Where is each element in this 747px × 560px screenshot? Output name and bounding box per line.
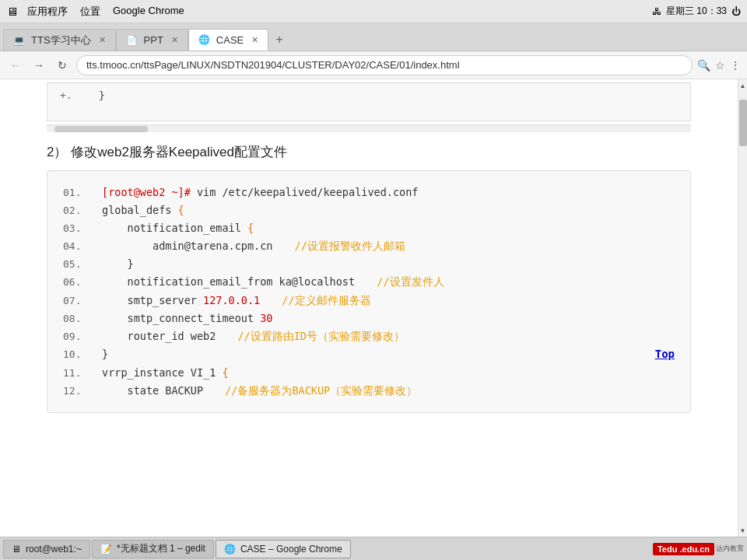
code-text-01: [root@web2 ~]# vim /etc/keepalived/keepa…: [102, 184, 675, 201]
taskbar-gedit-icon: 📝: [100, 544, 112, 555]
taskbar-logo-tld: .edu.cn: [679, 544, 710, 554]
section-heading: 2） 修改web2服务器Keepalived配置文件: [47, 143, 691, 161]
comment-06: //设置发件人: [377, 275, 444, 288]
title-bar-left: 🖥 应用程序 位置 Google Chrome: [6, 5, 652, 19]
browser-content: +. } 2） 修改web2服务器Keepalived配置文件 01. [roo…: [0, 79, 747, 537]
line-num-12: 12.: [63, 383, 102, 400]
bookmark-icon[interactable]: ☆: [715, 59, 725, 72]
code-line-10: 10. } Top: [63, 345, 675, 364]
code-text-10: } Top: [102, 345, 675, 364]
code-line-03: 03. notification_email {: [63, 219, 675, 237]
code-top-brace: }: [99, 89, 678, 101]
taskbar: 🖥 root@web1:~ 📝 *无标题文档 1 – gedit 🌐 CASE …: [0, 537, 747, 560]
tab-ppt-label: PPT: [144, 34, 163, 46]
code-text-05: }: [102, 255, 675, 273]
line-num-10: 10.: [63, 346, 102, 363]
taskbar-gedit[interactable]: 📝 *无标题文档 1 – gedit: [92, 540, 214, 558]
menu-location[interactable]: 位置: [80, 5, 100, 19]
app-icon: 🖥: [6, 5, 18, 18]
address-bar: ← → ↻ 🔍 ☆ ⋮: [0, 51, 747, 79]
code-line-08: 08. smtp_connect_timeout 30: [63, 310, 675, 327]
line-num-05: 05.: [63, 256, 102, 273]
page-content: +. } 2） 修改web2服务器Keepalived配置文件 01. [roo…: [0, 79, 738, 537]
tab-case-label: CASE: [216, 34, 244, 46]
scroll-x-thumb[interactable]: [54, 126, 148, 132]
taskbar-chrome-label: CASE – Google Chrome: [240, 544, 342, 555]
search-icon[interactable]: 🔍: [697, 59, 710, 72]
code-text-07: smtp_server 127.0.0.1 //定义邮件服务器: [102, 292, 675, 310]
code-line-12: 12. state BACKUP //备服务器为BACKUP（实验需要修改）: [63, 382, 675, 400]
cmd-01: vim /etc/keepalived/keepalived.conf: [197, 186, 418, 198]
taskbar-logo-text: Tedu: [658, 544, 677, 554]
line-num-08: 08.: [63, 310, 102, 327]
line-num-11: 11.: [63, 365, 102, 382]
scroll-x-bar[interactable]: [47, 124, 691, 132]
menu-app[interactable]: 应用程序: [27, 5, 68, 19]
taskbar-chrome-icon: 🌐: [224, 544, 236, 555]
code-line-06: 06. notification_email_from ka@localhost…: [63, 273, 675, 291]
power-icon: ⏻: [731, 6, 741, 17]
comment-07: //定义邮件服务器: [282, 294, 370, 306]
tab-case-close[interactable]: ✕: [251, 35, 258, 45]
scroll-up-arrow[interactable]: ▲: [738, 79, 748, 92]
code-block: 01. [root@web2 ~]# vim /etc/keepalived/k…: [47, 170, 691, 413]
tab-bar: 💻 TTS学习中心 ✕ 📄 PPT ✕ 🌐 CASE ✕ +: [0, 23, 747, 51]
code-text-11: vrrp_instance VI_1 {: [102, 364, 675, 382]
title-bar: 🖥 应用程序 位置 Google Chrome 🖧 星期三 10：33 ⏻: [0, 0, 747, 23]
line-num-04: 04.: [63, 238, 102, 255]
line-num-06: 06.: [63, 274, 102, 291]
comment-12: //备服务器为BACKUP（实验需要修改）: [225, 384, 417, 397]
comment-09: //设置路由ID号（实验需要修改）: [237, 330, 405, 342]
network-icon: 🖧: [652, 6, 661, 17]
code-line-07: 07. smtp_server 127.0.0.1 //定义邮件服务器: [63, 292, 675, 310]
scrollbar[interactable]: ▲ ▼: [738, 79, 747, 537]
refresh-button[interactable]: ↻: [53, 56, 72, 75]
tab-ppt[interactable]: 📄 PPT ✕: [116, 29, 188, 51]
scroll-down-arrow[interactable]: ▼: [738, 524, 748, 537]
scrollbar-thumb[interactable]: [739, 100, 747, 146]
code-text-03: notification_email {: [102, 219, 675, 237]
code-text-04: admin@tarena.cpm.cn //设置报警收件人邮箱: [102, 237, 675, 255]
forward-button[interactable]: →: [30, 56, 48, 75]
new-tab-button[interactable]: +: [268, 29, 290, 51]
line-num-01: 01.: [63, 184, 102, 201]
code-top-linenum: +.: [60, 89, 99, 101]
tab-ppt-close[interactable]: ✕: [171, 35, 178, 45]
taskbar-logo-sub: 达内教育: [716, 544, 744, 554]
back-button[interactable]: ←: [6, 56, 25, 75]
taskbar-logo: Tedu .edu.cn 达内教育: [653, 543, 744, 555]
code-top-snippet: +. }: [47, 82, 691, 121]
scrollbar-track[interactable]: [738, 92, 747, 524]
prompt-01: [root@web2 ~]#: [102, 186, 191, 198]
taskbar-terminal[interactable]: 🖥 root@web1:~: [3, 540, 90, 558]
line-num-09: 09.: [63, 328, 102, 345]
code-text-12: state BACKUP //备服务器为BACKUP（实验需要修改）: [102, 382, 675, 400]
tab-tts[interactable]: 💻 TTS学习中心 ✕: [3, 29, 116, 51]
tab-case-icon: 🌐: [198, 34, 210, 45]
system-tray: 🖧 星期三 10：33 ⏻: [652, 5, 741, 18]
menu-icon[interactable]: ⋮: [730, 59, 741, 72]
code-text-06: notification_email_from ka@localhost //设…: [102, 273, 675, 291]
comment-04: //设置报警收件人邮箱: [295, 240, 405, 252]
line-num-02: 02.: [63, 202, 102, 219]
tab-tts-icon: 💻: [13, 35, 25, 46]
tab-tts-label: TTS学习中心: [31, 33, 91, 47]
taskbar-chrome[interactable]: 🌐 CASE – Google Chrome: [216, 540, 351, 558]
code-line-09: 09. router_id web2 //设置路由ID号（实验需要修改）: [63, 327, 675, 345]
section-title: 修改web2服务器Keepalived配置文件: [71, 145, 287, 159]
code-line-02: 02. global_defs {: [63, 201, 675, 219]
taskbar-gedit-label: *无标题文档 1 – gedit: [117, 542, 205, 555]
taskbar-logo-box: Tedu .edu.cn: [653, 543, 714, 555]
url-input[interactable]: [76, 55, 693, 75]
code-line-04: 04. admin@tarena.cpm.cn //设置报警收件人邮箱: [63, 237, 675, 255]
code-text-09: router_id web2 //设置路由ID号（实验需要修改）: [102, 327, 675, 345]
address-icons: 🔍 ☆ ⋮: [697, 59, 741, 72]
title-bar-menu: 应用程序 位置 Google Chrome: [27, 5, 184, 19]
code-line-01: 01. [root@web2 ~]# vim /etc/keepalived/k…: [63, 184, 675, 201]
top-link[interactable]: Top: [655, 345, 675, 364]
tab-case[interactable]: 🌐 CASE ✕: [188, 29, 268, 51]
menu-browser[interactable]: Google Chrome: [113, 5, 184, 19]
tab-tts-close[interactable]: ✕: [99, 35, 106, 45]
code-line-05: 05. }: [63, 255, 675, 273]
code-text-02: global_defs {: [102, 201, 675, 219]
